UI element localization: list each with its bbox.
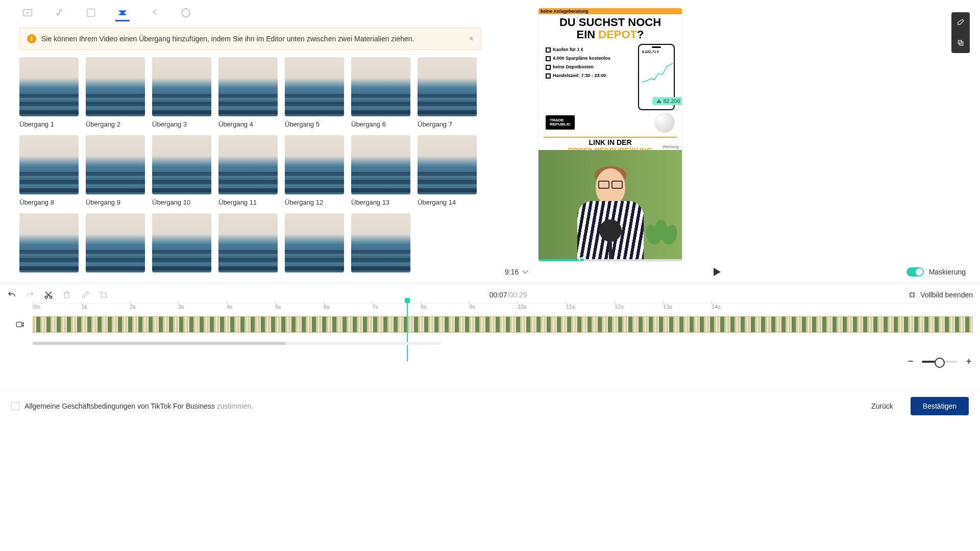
zoom-in-button[interactable]: + xyxy=(965,356,973,367)
confirm-button[interactable]: Bestätigen xyxy=(911,397,969,415)
zoom-slider[interactable] xyxy=(922,361,958,363)
transition-item[interactable]: Übergang 1 xyxy=(19,57,79,128)
timeline-scrollbar[interactable] xyxy=(33,342,441,345)
undo-button[interactable] xyxy=(7,290,16,299)
side-tools xyxy=(951,12,970,53)
transition-thumbnail[interactable] xyxy=(86,213,145,272)
transition-label: Übergang 12 xyxy=(285,198,344,206)
tab-effects[interactable] xyxy=(147,7,161,21)
transition-item[interactable]: Übergang 9 xyxy=(86,135,145,206)
transition-thumbnail[interactable] xyxy=(152,57,211,116)
transition-thumbnail[interactable] xyxy=(418,135,477,194)
transition-item[interactable]: Übergang 15 xyxy=(19,213,79,276)
transition-label: Übergang 3 xyxy=(152,120,211,128)
transition-label: Übergang 8 xyxy=(19,198,79,206)
transition-item[interactable]: Übergang 5 xyxy=(285,57,344,128)
transition-label: Übergang 4 xyxy=(218,120,278,128)
trade-republic-logo: TRADEREPUBLIC xyxy=(546,115,575,130)
svg-rect-6 xyxy=(960,42,963,45)
edit-button[interactable] xyxy=(81,290,90,299)
transition-item[interactable]: Übergang 4 xyxy=(218,57,278,128)
transition-item[interactable]: Übergang 19 xyxy=(285,213,344,276)
playhead[interactable] xyxy=(407,300,408,361)
mask-toggle[interactable] xyxy=(906,267,924,277)
transition-item[interactable]: Übergang 18 xyxy=(218,213,278,276)
svg-point-4 xyxy=(182,9,190,16)
svg-point-8 xyxy=(50,296,52,298)
svg-rect-9 xyxy=(16,322,22,327)
transition-thumbnail[interactable] xyxy=(418,57,477,116)
eraser-icon[interactable] xyxy=(951,12,970,33)
transition-thumbnail[interactable] xyxy=(19,135,79,194)
layers-icon[interactable] xyxy=(951,33,970,53)
transition-grid: Übergang 1Übergang 2Übergang 3Übergang 4… xyxy=(7,57,494,276)
crop-button[interactable] xyxy=(99,290,108,299)
info-icon: i xyxy=(27,34,36,43)
close-icon[interactable]: × xyxy=(469,34,474,43)
play-button[interactable] xyxy=(714,268,721,276)
transition-label: Übergang 5 xyxy=(285,120,344,128)
transition-label: Übergang 13 xyxy=(351,198,410,206)
info-text: Sie können Ihrem Video einen Übergang hi… xyxy=(41,35,414,43)
svg-rect-5 xyxy=(958,40,962,44)
preview-checks: Kaufen für 1 €4.000 Sparpläne kostenlosk… xyxy=(546,44,636,110)
video-track-clip[interactable] xyxy=(33,316,973,333)
redo-button[interactable] xyxy=(26,290,35,299)
terms-text: Allgemeine Geschäftsbedingungen von TikT… xyxy=(24,402,253,410)
transition-item[interactable]: Übergang 10 xyxy=(152,135,211,206)
transition-item[interactable]: Übergang 8 xyxy=(19,135,79,206)
transition-item[interactable]: Übergang 14 xyxy=(418,135,477,206)
transition-thumbnail[interactable] xyxy=(152,135,211,194)
transition-thumbnail[interactable] xyxy=(285,135,344,194)
transition-thumbnail[interactable] xyxy=(218,213,278,272)
transition-thumbnail[interactable] xyxy=(351,213,410,272)
transition-thumbnail[interactable] xyxy=(86,57,145,116)
preview-headline: DU SUCHST NOCH EIN DEPOT? xyxy=(538,14,682,41)
tab-stickers[interactable] xyxy=(179,7,193,21)
transition-label: Übergang 9 xyxy=(86,198,145,206)
cut-button[interactable] xyxy=(44,290,53,299)
transition-item[interactable]: Übergang 12 xyxy=(285,135,344,206)
terms-checkbox[interactable] xyxy=(11,402,19,410)
transition-item[interactable]: Übergang 7 xyxy=(418,57,477,128)
tab-transitions[interactable] xyxy=(115,7,130,21)
transition-item[interactable]: Übergang 20 xyxy=(351,213,410,276)
transition-thumbnail[interactable] xyxy=(351,135,410,194)
exit-fullscreen-icon xyxy=(908,291,916,299)
transition-thumbnail[interactable] xyxy=(351,57,410,116)
transition-item[interactable]: Übergang 2 xyxy=(86,57,145,128)
transition-item[interactable]: Übergang 17 xyxy=(152,213,211,276)
transition-label: Übergang 6 xyxy=(351,120,410,128)
transition-thumbnail[interactable] xyxy=(86,135,145,194)
transition-thumbnail[interactable] xyxy=(285,57,344,116)
transition-thumbnail[interactable] xyxy=(152,213,211,272)
tab-video[interactable] xyxy=(20,7,35,21)
transition-item[interactable]: Übergang 13 xyxy=(351,135,410,206)
transition-label: Übergang 10 xyxy=(152,198,211,206)
preview-topbar: keine Anlageberatung xyxy=(538,8,682,14)
tab-text[interactable] xyxy=(84,7,98,21)
transition-item[interactable]: Übergang 16 xyxy=(86,213,145,276)
timeline-ruler[interactable]: 0m1s2s3s4s5s6s7s8s9s10s11s12s13s14s xyxy=(33,303,973,313)
transition-thumbnail[interactable] xyxy=(19,57,79,116)
transition-item[interactable]: Übergang 11 xyxy=(218,135,278,206)
back-button[interactable]: Zurück xyxy=(859,397,905,415)
zoom-out-button[interactable]: − xyxy=(906,356,915,367)
editor-tabs xyxy=(7,7,496,21)
transition-label: Übergang 14 xyxy=(418,198,477,206)
svg-point-7 xyxy=(45,296,47,298)
transition-item[interactable]: Übergang 6 xyxy=(351,57,410,128)
svg-rect-1 xyxy=(87,9,95,16)
aspect-ratio-select[interactable]: 9:16 xyxy=(505,268,528,276)
info-banner: i Sie können Ihrem Video einen Übergang … xyxy=(19,28,481,50)
tab-audio[interactable] xyxy=(52,7,66,21)
transition-thumbnail[interactable] xyxy=(285,213,344,272)
exit-fullscreen-button[interactable]: Vollbild beenden xyxy=(908,291,973,299)
video-preview: keine Anlageberatung DU SUCHST NOCH EIN … xyxy=(538,8,682,261)
transition-thumbnail[interactable] xyxy=(218,57,278,116)
transition-thumbnail[interactable] xyxy=(218,135,278,194)
delete-button[interactable] xyxy=(62,290,71,299)
transition-thumbnail[interactable] xyxy=(19,213,79,272)
video-track-icon xyxy=(7,320,33,329)
transition-item[interactable]: Übergang 3 xyxy=(152,57,211,128)
